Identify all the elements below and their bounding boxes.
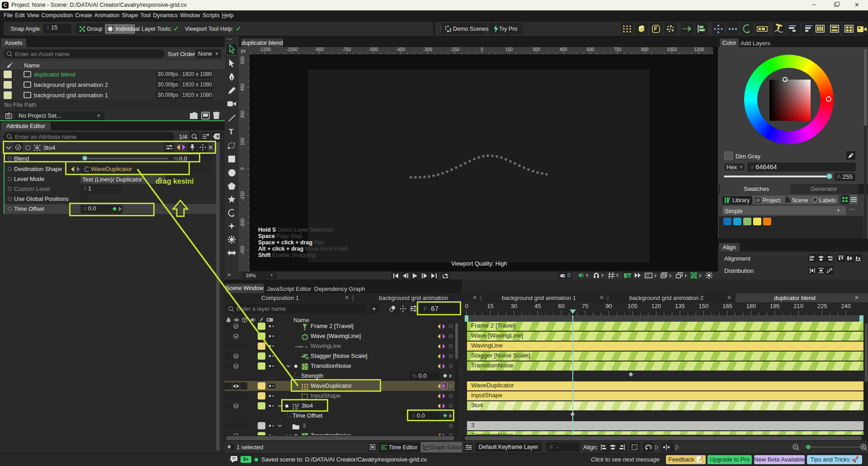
svg-text:30: 30 [511, 303, 517, 309]
svg-text:600: 600 [240, 56, 245, 64]
svg-text:75: 75 [582, 303, 588, 309]
svg-text:120: 120 [651, 303, 661, 309]
svg-text:0: 0 [465, 303, 468, 309]
svg-text:-300: -300 [240, 219, 245, 228]
svg-text:15: 15 [487, 303, 493, 309]
svg-text:105: 105 [627, 303, 637, 309]
svg-text:90: 90 [605, 303, 612, 309]
svg-text:150: 150 [699, 303, 709, 309]
svg-text:225: 225 [817, 303, 827, 309]
svg-text:135: 135 [675, 303, 685, 309]
svg-text:-150: -150 [240, 191, 245, 200]
svg-text:150: 150 [240, 138, 245, 145]
svg-text:450: 450 [240, 83, 245, 91]
svg-text:195: 195 [770, 303, 780, 309]
svg-text:180: 180 [746, 303, 756, 309]
svg-text:210: 210 [793, 303, 803, 309]
svg-text:300: 300 [240, 110, 245, 118]
svg-text:0: 0 [240, 167, 245, 170]
svg-text:-450: -450 [240, 246, 245, 255]
svg-text:240: 240 [841, 303, 851, 309]
svg-text:60: 60 [558, 303, 565, 309]
svg-text:45: 45 [534, 303, 541, 309]
svg-text:165: 165 [722, 303, 732, 309]
